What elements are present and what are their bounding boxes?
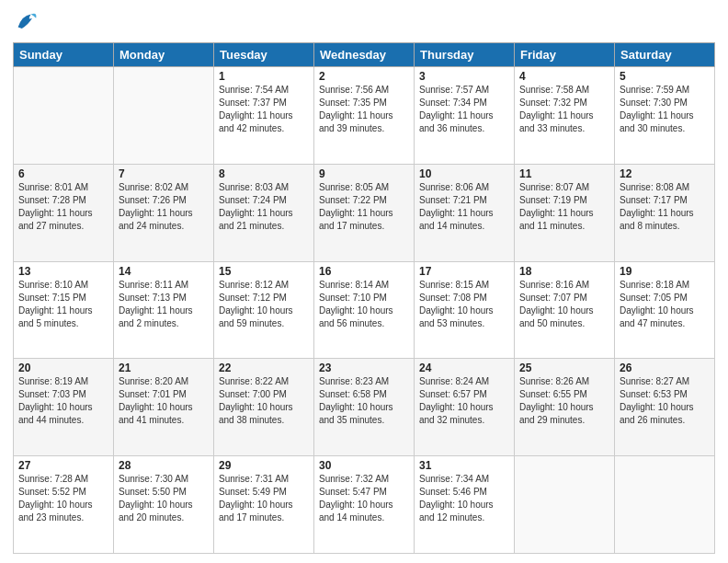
day-number: 21	[119, 362, 209, 374]
calendar-header-row: SundayMondayTuesdayWednesdayThursdayFrid…	[14, 43, 715, 67]
day-info: Sunrise: 8:18 AMSunset: 7:05 PMDaylight:…	[620, 279, 710, 330]
calendar-cell: 29Sunrise: 7:31 AMSunset: 5:49 PMDayligh…	[214, 456, 314, 554]
day-info: Sunrise: 7:58 AMSunset: 7:32 PMDaylight:…	[519, 84, 609, 135]
day-info: Sunrise: 8:27 AMSunset: 6:53 PMDaylight:…	[620, 375, 710, 427]
day-number: 19	[620, 265, 710, 278]
calendar-cell	[515, 456, 615, 554]
day-info: Sunrise: 7:34 AMSunset: 5:46 PMDaylight:…	[419, 473, 509, 524]
calendar-cell: 20Sunrise: 8:19 AMSunset: 7:03 PMDayligh…	[14, 359, 114, 456]
day-number: 30	[319, 459, 409, 472]
day-number: 26	[620, 362, 710, 374]
calendar-table: SundayMondayTuesdayWednesdayThursdayFrid…	[13, 42, 715, 554]
calendar-cell: 13Sunrise: 8:10 AMSunset: 7:15 PMDayligh…	[14, 261, 114, 359]
day-info: Sunrise: 7:30 AMSunset: 5:50 PMDaylight:…	[119, 473, 209, 524]
day-info: Sunrise: 7:57 AMSunset: 7:34 PMDaylight:…	[419, 84, 509, 135]
day-info: Sunrise: 8:12 AMSunset: 7:12 PMDaylight:…	[219, 279, 309, 330]
day-info: Sunrise: 8:14 AMSunset: 7:10 PMDaylight:…	[319, 279, 409, 330]
calendar-cell: 25Sunrise: 8:26 AMSunset: 6:55 PMDayligh…	[515, 359, 615, 456]
day-number: 28	[119, 459, 209, 472]
calendar-cell: 22Sunrise: 8:22 AMSunset: 7:00 PMDayligh…	[214, 359, 314, 456]
calendar-cell: 31Sunrise: 7:34 AMSunset: 5:46 PMDayligh…	[415, 456, 515, 554]
logo-icon	[13, 9, 39, 35]
day-number: 6	[18, 167, 108, 180]
day-info: Sunrise: 7:32 AMSunset: 5:47 PMDaylight:…	[319, 473, 409, 524]
calendar-cell: 5Sunrise: 7:59 AMSunset: 7:30 PMDaylight…	[615, 67, 715, 165]
day-number: 20	[18, 362, 108, 374]
calendar-cell: 16Sunrise: 8:14 AMSunset: 7:10 PMDayligh…	[314, 261, 415, 359]
calendar-cell: 8Sunrise: 8:03 AMSunset: 7:24 PMDaylight…	[214, 164, 314, 261]
day-number: 14	[119, 265, 209, 278]
calendar-cell: 26Sunrise: 8:27 AMSunset: 6:53 PMDayligh…	[615, 359, 715, 456]
day-number: 1	[219, 70, 309, 83]
day-number: 7	[119, 167, 209, 180]
page-header	[13, 9, 715, 35]
calendar-cell	[114, 67, 214, 165]
header-thursday: Thursday	[415, 43, 515, 67]
calendar-cell: 9Sunrise: 8:05 AMSunset: 7:22 PMDaylight…	[314, 164, 415, 261]
day-info: Sunrise: 8:19 AMSunset: 7:03 PMDaylight:…	[18, 375, 108, 427]
day-info: Sunrise: 8:20 AMSunset: 7:01 PMDaylight:…	[119, 375, 209, 427]
day-info: Sunrise: 8:08 AMSunset: 7:17 PMDaylight:…	[620, 181, 710, 233]
calendar-cell: 7Sunrise: 8:02 AMSunset: 7:26 PMDaylight…	[114, 164, 214, 261]
week-row-5: 27Sunrise: 7:28 AMSunset: 5:52 PMDayligh…	[14, 456, 715, 554]
header-wednesday: Wednesday	[314, 43, 415, 67]
day-number: 5	[620, 70, 710, 83]
day-number: 17	[419, 265, 509, 278]
day-info: Sunrise: 7:31 AMSunset: 5:49 PMDaylight:…	[219, 473, 309, 524]
day-info: Sunrise: 8:22 AMSunset: 7:00 PMDaylight:…	[219, 375, 309, 427]
header-sunday: Sunday	[14, 43, 114, 67]
day-number: 11	[519, 167, 609, 180]
day-info: Sunrise: 8:23 AMSunset: 6:58 PMDaylight:…	[319, 375, 409, 427]
calendar-cell: 3Sunrise: 7:57 AMSunset: 7:34 PMDaylight…	[415, 67, 515, 165]
day-number: 12	[620, 167, 710, 180]
day-info: Sunrise: 8:01 AMSunset: 7:28 PMDaylight:…	[18, 181, 108, 233]
day-number: 24	[419, 362, 509, 374]
calendar-cell: 24Sunrise: 8:24 AMSunset: 6:57 PMDayligh…	[415, 359, 515, 456]
day-number: 13	[18, 265, 108, 278]
day-number: 9	[319, 167, 409, 180]
calendar-cell: 10Sunrise: 8:06 AMSunset: 7:21 PMDayligh…	[415, 164, 515, 261]
week-row-4: 20Sunrise: 8:19 AMSunset: 7:03 PMDayligh…	[14, 359, 715, 456]
calendar-cell: 30Sunrise: 7:32 AMSunset: 5:47 PMDayligh…	[314, 456, 415, 554]
day-number: 10	[419, 167, 509, 180]
day-info: Sunrise: 8:26 AMSunset: 6:55 PMDaylight:…	[519, 375, 609, 427]
calendar-cell: 14Sunrise: 8:11 AMSunset: 7:13 PMDayligh…	[114, 261, 214, 359]
day-info: Sunrise: 8:06 AMSunset: 7:21 PMDaylight:…	[419, 181, 509, 233]
day-number: 4	[519, 70, 609, 83]
day-info: Sunrise: 7:59 AMSunset: 7:30 PMDaylight:…	[620, 84, 710, 135]
day-info: Sunrise: 8:15 AMSunset: 7:08 PMDaylight:…	[419, 279, 509, 330]
day-number: 25	[519, 362, 609, 374]
day-info: Sunrise: 8:11 AMSunset: 7:13 PMDaylight:…	[119, 279, 209, 330]
day-number: 16	[319, 265, 409, 278]
day-info: Sunrise: 8:02 AMSunset: 7:26 PMDaylight:…	[119, 181, 209, 233]
header-saturday: Saturday	[615, 43, 715, 67]
day-info: Sunrise: 8:10 AMSunset: 7:15 PMDaylight:…	[18, 279, 108, 330]
header-friday: Friday	[515, 43, 615, 67]
calendar-cell: 11Sunrise: 8:07 AMSunset: 7:19 PMDayligh…	[515, 164, 615, 261]
calendar-cell	[615, 456, 715, 554]
day-number: 27	[18, 459, 108, 472]
header-monday: Monday	[114, 43, 214, 67]
day-info: Sunrise: 7:56 AMSunset: 7:35 PMDaylight:…	[319, 84, 409, 135]
day-number: 15	[219, 265, 309, 278]
calendar-cell: 27Sunrise: 7:28 AMSunset: 5:52 PMDayligh…	[14, 456, 114, 554]
calendar-cell: 28Sunrise: 7:30 AMSunset: 5:50 PMDayligh…	[114, 456, 214, 554]
week-row-2: 6Sunrise: 8:01 AMSunset: 7:28 PMDaylight…	[14, 164, 715, 261]
day-info: Sunrise: 8:16 AMSunset: 7:07 PMDaylight:…	[519, 279, 609, 330]
day-number: 23	[319, 362, 409, 374]
calendar-cell: 18Sunrise: 8:16 AMSunset: 7:07 PMDayligh…	[515, 261, 615, 359]
day-number: 22	[219, 362, 309, 374]
week-row-3: 13Sunrise: 8:10 AMSunset: 7:15 PMDayligh…	[14, 261, 715, 359]
calendar-cell: 4Sunrise: 7:58 AMSunset: 7:32 PMDaylight…	[515, 67, 615, 165]
day-number: 29	[219, 459, 309, 472]
logo	[13, 9, 42, 35]
day-info: Sunrise: 8:03 AMSunset: 7:24 PMDaylight:…	[219, 181, 309, 233]
calendar-cell: 1Sunrise: 7:54 AMSunset: 7:37 PMDaylight…	[214, 67, 314, 165]
day-number: 18	[519, 265, 609, 278]
week-row-1: 1Sunrise: 7:54 AMSunset: 7:37 PMDaylight…	[14, 67, 715, 165]
calendar-cell: 21Sunrise: 8:20 AMSunset: 7:01 PMDayligh…	[114, 359, 214, 456]
calendar-cell: 12Sunrise: 8:08 AMSunset: 7:17 PMDayligh…	[615, 164, 715, 261]
day-number: 8	[219, 167, 309, 180]
calendar-cell: 19Sunrise: 8:18 AMSunset: 7:05 PMDayligh…	[615, 261, 715, 359]
calendar-cell: 17Sunrise: 8:15 AMSunset: 7:08 PMDayligh…	[415, 261, 515, 359]
